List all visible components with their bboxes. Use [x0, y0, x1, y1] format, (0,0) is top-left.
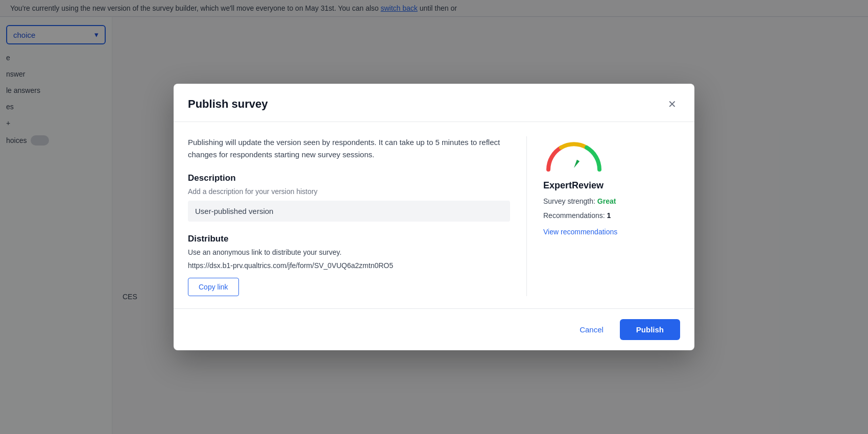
- description-section: Description Add a description for your v…: [188, 173, 510, 222]
- modal-body: Publishing will update the version seen …: [174, 122, 694, 308]
- close-icon: ✕: [668, 98, 677, 110]
- survey-strength: Survey strength: Great: [543, 197, 616, 205]
- close-button[interactable]: ✕: [664, 96, 680, 112]
- view-recommendations-link[interactable]: View recommendations: [543, 228, 617, 236]
- description-input[interactable]: [188, 201, 510, 222]
- modal-left-panel: Publishing will update the version seen …: [188, 136, 527, 296]
- recommendations: Recommendations: 1: [543, 211, 611, 220]
- modal-header: Publish survey ✕: [174, 84, 694, 122]
- recommendations-count: 1: [607, 211, 611, 220]
- gauge-svg: [543, 136, 605, 172]
- modal-right-panel: ExpertReview Survey strength: Great Reco…: [527, 136, 680, 296]
- copy-link-label: Copy link: [199, 283, 228, 291]
- publish-label: Publish: [636, 325, 664, 334]
- strength-value: Great: [597, 197, 616, 205]
- cancel-label: Cancel: [580, 325, 604, 334]
- description-subtitle: Add a description for your version histo…: [188, 187, 510, 196]
- copy-link-button[interactable]: Copy link: [188, 278, 239, 296]
- distribute-section: Distribute Use an anonymous link to dist…: [188, 234, 510, 296]
- gauge-chart: [543, 136, 605, 172]
- strength-label: Survey strength:: [543, 197, 597, 205]
- expert-review-title: ExpertReview: [543, 180, 604, 191]
- modal-footer: Cancel Publish: [174, 308, 694, 350]
- recommendations-label: Recommendations:: [543, 211, 607, 220]
- distribute-text: Use an anonymous link to distribute your…: [188, 248, 510, 256]
- modal-title: Publish survey: [188, 98, 268, 111]
- publish-survey-modal: Publish survey ✕ Publishing will update …: [174, 84, 694, 350]
- description-title: Description: [188, 173, 510, 183]
- survey-link: https://dsx.b1-prv.qualtrics.com/jfe/for…: [188, 261, 510, 270]
- modal-overlay: Publish survey ✕ Publishing will update …: [0, 0, 868, 434]
- distribute-title: Distribute: [188, 234, 510, 244]
- svg-marker-0: [572, 160, 580, 169]
- cancel-button[interactable]: Cancel: [571, 320, 612, 339]
- publish-button[interactable]: Publish: [620, 319, 680, 340]
- info-text: Publishing will update the version seen …: [188, 136, 510, 161]
